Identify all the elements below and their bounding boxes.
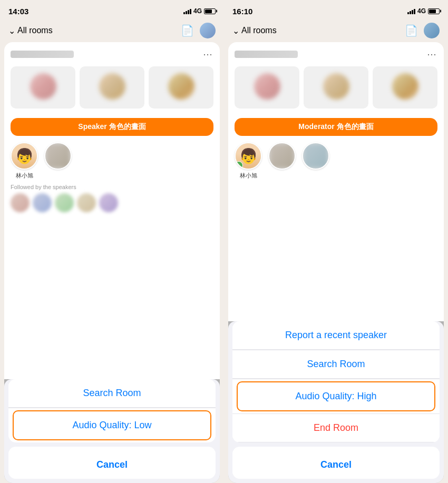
speaker-card-r3: [373, 66, 437, 109]
audience-avatar-1: [11, 193, 30, 212]
audience-row-left: [11, 193, 213, 212]
audience-avatar-3: [55, 193, 74, 212]
nav-all-rooms-right[interactable]: ⌄ All rooms: [232, 26, 277, 36]
nav-right-right: 📄: [404, 23, 440, 38]
action-divider-right-2: [232, 379, 440, 379]
action-sheet-inner-left: Search Room Audio Quality: Low Cancel: [4, 379, 220, 483]
document-icon-right[interactable]: 📄: [404, 23, 418, 38]
user-avatar-left[interactable]: [200, 23, 216, 38]
speaker-card-r1: [235, 66, 299, 109]
followed-label-left: Followed by the speakers: [11, 184, 213, 190]
signal-icon-right: [407, 8, 415, 14]
audience-avatar-4: [77, 193, 96, 212]
network-label-left: 4G: [193, 7, 202, 15]
speaker-card-1: [11, 66, 75, 109]
end-room-button[interactable]: End Room: [232, 414, 440, 442]
blurred-user-right-2: [302, 142, 329, 180]
network-label-right: 4G: [417, 7, 426, 15]
audience-avatar-2: [33, 193, 52, 212]
nav-all-rooms-left[interactable]: ⌄ All rooms: [8, 26, 53, 36]
search-room-button-left[interactable]: Search Room: [8, 379, 216, 408]
audience-avatar-5: [99, 193, 118, 212]
search-room-button-right[interactable]: Search Room: [232, 350, 440, 379]
named-user-row-right: 👦 ✦ 林小旭: [235, 142, 437, 180]
real-avatar-right: 👦 ✦: [235, 142, 262, 170]
status-time-left: 14:03: [8, 7, 28, 16]
action-main-left: Search Room Audio Quality: Low: [8, 379, 216, 442]
status-bar-right: 16:10 4G: [224, 0, 448, 19]
moderator-panel: 16:10 4G ⌄ All rooms 📄: [224, 0, 448, 483]
signal-icon-left: [183, 8, 191, 14]
speaker-avatar-2: [99, 73, 125, 100]
action-sheet-left: Search Room Audio Quality: Low Cancel: [4, 379, 220, 483]
room-title-blurred-right: [235, 51, 298, 58]
named-user-left: 👦 林小旭: [11, 142, 38, 180]
room-header-left: ⋯: [11, 48, 213, 60]
role-badge-right: Moderator 角色的畫面: [235, 118, 437, 136]
status-icons-right: 4G: [407, 7, 440, 15]
blurred-real-avatar-right-1: [268, 142, 296, 170]
blurred-real-avatar-left: [44, 142, 72, 170]
user-name-left: 林小旭: [16, 172, 33, 180]
speaker-avatar-r2: [323, 73, 349, 100]
avatar-face-left: 👦: [12, 143, 37, 169]
user-avatar-right[interactable]: [424, 23, 440, 38]
report-speaker-button[interactable]: Report a recent speaker: [232, 321, 440, 350]
speaker-card-3: [149, 66, 213, 109]
audio-quality-button-left[interactable]: Audio Quality: Low: [13, 410, 211, 440]
action-sheet-inner-right: Report a recent speaker Search Room Audi…: [228, 321, 444, 483]
cancel-container-right: Cancel: [232, 447, 440, 479]
battery-icon-right: [428, 8, 440, 14]
room-header-right: ⋯: [235, 48, 437, 60]
speaker-avatar-r3: [392, 73, 418, 100]
status-time-right: 16:10: [232, 7, 252, 16]
blurred-user-right-1: [268, 142, 296, 180]
battery-icon-left: [204, 8, 216, 14]
speaker-avatar-r1: [254, 73, 280, 100]
speaker-card-2: [80, 66, 144, 109]
content-area-right: ⋯ Moderator 角色的畫面 👦 ✦ 林小旭: [228, 42, 444, 483]
speaker-grid-top-right: [235, 66, 437, 109]
blurred-real-avatar-right-2: [302, 142, 329, 170]
role-badge-left: Speaker 角色的畫面: [11, 118, 213, 136]
status-icons-left: 4G: [183, 7, 216, 15]
real-avatar-left: 👦: [11, 142, 38, 170]
action-sheet-right: Report a recent speaker Search Room Audi…: [228, 321, 444, 483]
top-nav-right: ⌄ All rooms 📄: [224, 19, 448, 42]
more-menu-right[interactable]: ⋯: [427, 48, 437, 60]
action-main-right: Report a recent speaker Search Room Audi…: [232, 321, 440, 442]
speaker-card-r2: [304, 66, 368, 109]
top-nav-left: ⌄ All rooms 📄: [0, 19, 224, 42]
nav-right-left: 📄: [180, 23, 216, 38]
cancel-container-left: Cancel: [8, 447, 216, 479]
cancel-button-left[interactable]: Cancel: [8, 451, 216, 479]
document-icon-left[interactable]: 📄: [180, 23, 194, 38]
nav-label-right: All rooms: [241, 26, 277, 35]
moderator-badge-icon: ✦: [235, 161, 243, 170]
named-user-row-left: 👦 林小旭: [11, 142, 213, 180]
user-name-right: 林小旭: [240, 172, 257, 180]
named-user-right: 👦 ✦ 林小旭: [235, 142, 262, 180]
content-area-left: ⋯ Speaker 角色的畫面 👦 林小旭: [4, 42, 220, 483]
speaker-avatar-1: [30, 73, 56, 100]
speaker-avatar-3: [168, 73, 194, 100]
nav-label-left: All rooms: [17, 26, 53, 35]
more-menu-left[interactable]: ⋯: [203, 48, 213, 60]
audio-quality-button-right[interactable]: Audio Quality: High: [237, 381, 435, 411]
cancel-button-right[interactable]: Cancel: [232, 451, 440, 479]
action-divider-left-1: [8, 408, 216, 408]
speaker-grid-top-left: [11, 66, 213, 109]
chevron-down-icon-left: ⌄: [8, 26, 15, 36]
speaker-panel: 14:03 4G ⌄ All rooms 📄: [0, 0, 224, 483]
chevron-down-icon-right: ⌄: [232, 26, 239, 36]
status-bar-left: 14:03 4G: [0, 0, 224, 19]
room-title-blurred-left: [11, 51, 74, 58]
blurred-user-left: [44, 142, 72, 180]
